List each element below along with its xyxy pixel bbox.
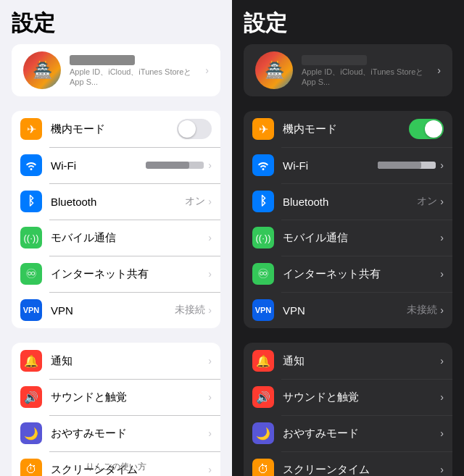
vpn-value-light: 未接続 (175, 304, 205, 317)
row-cellular-dark[interactable]: ((·)) モバイル通信 › (244, 220, 452, 256)
row-wifi-dark[interactable]: Wi-Fi › (244, 147, 452, 183)
dnd-label-light: おやすみモード (51, 427, 208, 440)
row-sound-light[interactable]: 🔊 サウンドと触覚 › (12, 379, 220, 415)
profile-info-light: Apple ID、iCloud、iTunes StoreとApp S... (70, 55, 205, 86)
avatar-light: 🏯 (23, 51, 61, 89)
airplane-toggle-dark[interactable] (409, 119, 444, 139)
sound-icon-light: 🔊 (20, 386, 42, 408)
wifi-icon-dark (252, 154, 274, 176)
bluetooth-label-light: Bluetooth (51, 196, 185, 208)
bluetooth-label-dark: Bluetooth (283, 196, 417, 208)
row-sound-dark[interactable]: 🔊 サウンドと触覚 › (244, 379, 452, 415)
cellular-chevron-light: › (208, 232, 212, 243)
row-vpn-light[interactable]: VPN VPN 未接続 › (12, 292, 220, 328)
notifications-icon-light: 🔔 (20, 350, 42, 372)
wifi-icon-light (20, 154, 42, 176)
dnd-label-dark: おやすみモード (283, 427, 440, 440)
sound-chevron-dark: › (440, 391, 444, 403)
dnd-chevron-dark: › (440, 427, 444, 439)
sound-label-light: サウンドと触覚 (51, 391, 208, 404)
vpn-chevron-light: › (208, 304, 212, 316)
section-connectivity-dark: ✈ 機内モード Wi-Fi › ᛒ Bluetooth オン › ((·)) モ… (244, 111, 452, 328)
wifi-chevron-light: › (208, 159, 212, 171)
notifications-icon-dark: 🔔 (252, 350, 274, 372)
airplane-label-light: 機内モード (51, 122, 177, 136)
sound-chevron-light: › (208, 391, 212, 403)
hotspot-label-dark: インターネット共有 (283, 267, 440, 281)
cellular-label-light: モバイル通信 (51, 231, 208, 245)
row-screentime-dark[interactable]: ⏱ スクリーンタイム › (244, 451, 452, 476)
hotspot-chevron-dark: › (440, 268, 444, 280)
bottom-text: りんごの使い方 (0, 461, 232, 473)
row-dnd-light[interactable]: 🌙 おやすみモード › (12, 415, 220, 451)
hotspot-icon-light: ♾ (20, 263, 42, 285)
row-airplane-dark[interactable]: ✈ 機内モード (244, 111, 452, 147)
bluetooth-icon-dark: ᛒ (252, 191, 274, 212)
row-wifi-light[interactable]: Wi-Fi › (12, 147, 220, 183)
airplane-label-dark: 機内モード (283, 122, 409, 136)
section-system-dark: 🔔 通知 › 🔊 サウンドと触覚 › 🌙 おやすみモード › ⏱ スクリーンタイ… (244, 343, 452, 476)
profile-chevron-light: › (205, 64, 209, 76)
vpn-label-dark: VPN (283, 304, 407, 317)
cellular-chevron-dark: › (440, 232, 444, 243)
sound-label-dark: サウンドと触覚 (283, 391, 440, 404)
row-airplane-light[interactable]: ✈ 機内モード (12, 111, 220, 147)
settings-title-dark: 設定 (232, 0, 464, 44)
screentime-icon-dark: ⏱ (252, 459, 274, 476)
section-system-light: 🔔 通知 › 🔊 サウンドと触覚 › 🌙 おやすみモード › ⏱ スクリーンタイ… (12, 343, 220, 476)
settings-title-light: 設定 (0, 0, 232, 44)
row-notifications-dark[interactable]: 🔔 通知 › (244, 343, 452, 379)
row-bluetooth-dark[interactable]: ᛒ Bluetooth オン › (244, 183, 452, 220)
notifications-chevron-light: › (208, 355, 212, 367)
section-connectivity-light: ✈ 機内モード Wi-Fi › ᛒ Bluetooth オン › ((·)) モ… (12, 111, 220, 328)
airplane-icon-light: ✈ (20, 118, 42, 140)
sound-icon-dark: 🔊 (252, 386, 274, 408)
notifications-chevron-dark: › (440, 355, 444, 367)
bluetooth-value-dark: オン (417, 195, 437, 208)
cellular-label-dark: モバイル通信 (283, 231, 440, 245)
profile-sub-dark: Apple ID、iCloud、iTunes StoreとApp S... (302, 67, 437, 86)
airplane-icon-dark: ✈ (252, 118, 274, 140)
airplane-toggle-light[interactable] (177, 119, 212, 139)
row-dnd-dark[interactable]: 🌙 おやすみモード › (244, 415, 452, 451)
vpn-value-dark: 未接続 (407, 304, 437, 317)
hotspot-chevron-light: › (208, 268, 212, 280)
hotspot-icon-dark: ♾ (252, 263, 274, 285)
profile-info-dark: Apple ID、iCloud、iTunes StoreとApp S... (302, 55, 437, 86)
dnd-icon-dark: 🌙 (252, 422, 274, 444)
profile-name-dark (302, 55, 367, 65)
wifi-value-dark (378, 162, 436, 169)
cellular-icon-light: ((·)) (20, 227, 42, 249)
cellular-icon-dark: ((·)) (252, 227, 274, 249)
hotspot-label-light: インターネット共有 (51, 267, 208, 281)
row-notifications-light[interactable]: 🔔 通知 › (12, 343, 220, 379)
profile-sub-light: Apple ID、iCloud、iTunes StoreとApp S... (70, 67, 205, 86)
vpn-chevron-dark: › (440, 304, 444, 316)
vpn-icon-light: VPN (20, 299, 42, 321)
wifi-label-dark: Wi-Fi (283, 159, 378, 172)
row-hotspot-dark[interactable]: ♾ インターネット共有 › (244, 256, 452, 292)
profile-row-light[interactable]: 🏯 Apple ID、iCloud、iTunes StoreとApp S... … (12, 44, 220, 96)
bluetooth-chevron-dark: › (440, 196, 444, 207)
row-cellular-light[interactable]: ((·)) モバイル通信 › (12, 220, 220, 256)
dnd-icon-light: 🌙 (20, 422, 42, 444)
row-vpn-dark[interactable]: VPN VPN 未接続 › (244, 292, 452, 328)
row-hotspot-light[interactable]: ♾ インターネット共有 › (12, 256, 220, 292)
row-bluetooth-light[interactable]: ᛒ Bluetooth オン › (12, 183, 220, 220)
vpn-label-light: VPN (51, 304, 175, 317)
screentime-chevron-dark: › (440, 464, 444, 475)
bluetooth-icon-light: ᛒ (20, 191, 42, 212)
notifications-label-dark: 通知 (283, 354, 440, 368)
wifi-label-light: Wi-Fi (51, 159, 146, 172)
vpn-icon-dark: VPN (252, 299, 274, 321)
bluetooth-chevron-light: › (208, 196, 212, 207)
profile-chevron-dark: › (437, 64, 441, 76)
dark-panel: 設定 🏯 Apple ID、iCloud、iTunes StoreとApp S.… (232, 0, 464, 476)
profile-row-dark[interactable]: 🏯 Apple ID、iCloud、iTunes StoreとApp S... … (244, 44, 452, 96)
wifi-value-light (146, 162, 204, 169)
dnd-chevron-light: › (208, 427, 212, 439)
profile-name-light (70, 55, 135, 65)
wifi-chevron-dark: › (440, 159, 444, 171)
notifications-label-light: 通知 (51, 354, 208, 368)
screentime-label-dark: スクリーンタイム (283, 463, 440, 477)
